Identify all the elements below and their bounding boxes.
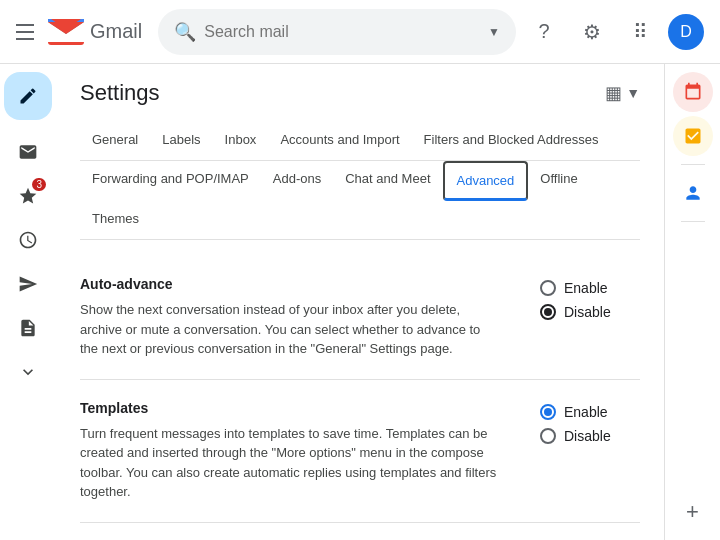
right-sidebar-divider1 — [681, 164, 705, 165]
tab-general[interactable]: General — [80, 122, 150, 160]
sidebar-item-snoozed[interactable] — [8, 220, 48, 260]
tab-advanced[interactable]: Advanced — [443, 161, 529, 201]
mail-icon — [18, 142, 38, 162]
search-input[interactable] — [204, 23, 480, 41]
compose-icon — [18, 86, 38, 106]
gmail-logo-svg — [48, 19, 84, 45]
right-sidebar-add-icon[interactable]: + — [673, 492, 713, 532]
right-sidebar-calendar-icon[interactable] — [673, 72, 713, 112]
topbar-actions: ? ⚙ ⠿ D — [524, 12, 704, 52]
send-icon — [18, 274, 38, 294]
tab-accounts-and-import[interactable]: Accounts and Import — [268, 122, 411, 160]
calendar-icon — [683, 82, 703, 102]
gmail-logo: Gmail — [48, 19, 142, 45]
avatar[interactable]: D — [668, 14, 704, 50]
templates-description: Turn frequent messages into templates to… — [80, 424, 500, 502]
tab-inbox[interactable]: Inbox — [213, 122, 269, 160]
right-sidebar-tasks-icon[interactable] — [673, 116, 713, 156]
auto-advance-title: Auto-advance — [80, 276, 500, 292]
settings-tabs-row1: General Labels Inbox Accounts and Import… — [80, 122, 640, 161]
dropdown-arrow-icon[interactable]: ▼ — [626, 85, 640, 101]
tab-addons[interactable]: Add-ons — [261, 161, 333, 201]
right-sidebar: + — [664, 64, 720, 540]
auto-advance-disable-option[interactable]: Disable — [540, 304, 640, 320]
templates-enable-label: Enable — [564, 404, 608, 420]
settings-tabs-row2: Forwarding and POP/IMAP Add-ons Chat and… — [80, 161, 640, 240]
right-sidebar-divider2 — [681, 221, 705, 222]
auto-advance-section: Auto-advance Show the next conversation … — [80, 256, 640, 380]
tab-filters[interactable]: Filters and Blocked Addresses — [412, 122, 611, 160]
hamburger-menu[interactable] — [16, 20, 40, 44]
templates-enable-radio[interactable] — [540, 404, 556, 420]
auto-advance-enable-option[interactable]: Enable — [540, 280, 640, 296]
tab-chat-and-meet[interactable]: Chat and Meet — [333, 161, 442, 201]
templates-disable-radio[interactable] — [540, 428, 556, 444]
help-icon[interactable]: ? — [524, 12, 564, 52]
left-sidebar: 3 — [0, 64, 56, 540]
badge: 3 — [32, 178, 46, 191]
gmail-wordmark: Gmail — [90, 20, 142, 43]
sidebar-item-mail[interactable] — [8, 132, 48, 172]
main-layout: 3 Settings ▦ ▼ — [0, 64, 720, 540]
sidebar-item-drafts[interactable] — [8, 308, 48, 348]
settings-title: Settings ▦ ▼ — [80, 80, 640, 106]
compose-button[interactable] — [4, 72, 52, 120]
templates-info: Templates Turn frequent messages into te… — [80, 400, 500, 502]
settings-area: Settings ▦ ▼ General Labels Inbox Accoun… — [56, 64, 664, 540]
topbar: Gmail 🔍 ▼ ? ⚙ ⠿ D — [0, 0, 720, 64]
auto-advance-description: Show the next conversation instead of yo… — [80, 300, 500, 359]
templates-enable-option[interactable]: Enable — [540, 404, 640, 420]
search-bar[interactable]: 🔍 ▼ — [158, 9, 516, 55]
tab-forwarding[interactable]: Forwarding and POP/IMAP — [80, 161, 261, 201]
auto-advance-info: Auto-advance Show the next conversation … — [80, 276, 500, 359]
auto-advance-disable-radio[interactable] — [540, 304, 556, 320]
auto-advance-enable-label: Enable — [564, 280, 608, 296]
templates-section: Templates Turn frequent messages into te… — [80, 380, 640, 523]
settings-title-text: Settings — [80, 80, 160, 106]
search-icon: 🔍 — [174, 21, 196, 43]
templates-disable-option[interactable]: Disable — [540, 428, 640, 444]
tasks-icon — [683, 126, 703, 146]
tab-labels[interactable]: Labels — [150, 122, 212, 160]
settings-title-right: ▦ ▼ — [605, 82, 640, 104]
draft-icon — [18, 318, 38, 338]
templates-title: Templates — [80, 400, 500, 416]
search-dropdown-icon[interactable]: ▼ — [488, 25, 500, 39]
grid-view-icon[interactable]: ▦ — [605, 82, 622, 104]
templates-controls: Enable Disable — [540, 400, 640, 444]
right-sidebar-contacts-icon[interactable] — [673, 173, 713, 213]
clock-icon — [18, 230, 38, 250]
auto-advance-disable-label: Disable — [564, 304, 611, 320]
contacts-icon — [683, 183, 703, 203]
templates-disable-label: Disable — [564, 428, 611, 444]
settings-icon[interactable]: ⚙ — [572, 12, 612, 52]
sidebar-item-starred[interactable]: 3 — [8, 176, 48, 216]
auto-advance-controls: Enable Disable — [540, 276, 640, 320]
chevron-down-icon — [18, 362, 38, 382]
apps-icon[interactable]: ⠿ — [620, 12, 660, 52]
tab-themes[interactable]: Themes — [80, 201, 151, 239]
tab-offline[interactable]: Offline — [528, 161, 589, 201]
sidebar-item-sent[interactable] — [8, 264, 48, 304]
auto-advance-enable-radio[interactable] — [540, 280, 556, 296]
sidebar-item-more[interactable] — [8, 352, 48, 392]
